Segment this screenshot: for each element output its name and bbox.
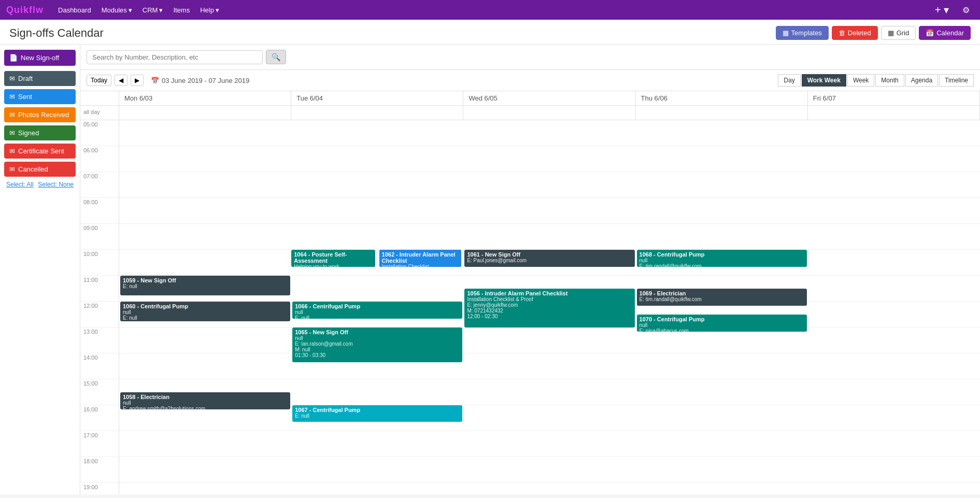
nav-help[interactable]: Help ▾: [195, 0, 224, 20]
search-input[interactable]: [87, 50, 263, 64]
day-cell[interactable]: [291, 431, 463, 457]
day-cell[interactable]: [636, 431, 808, 457]
calendar-event[interactable]: 1061 - New Sign OffE: Paul.jones@gmail.c…: [464, 250, 634, 267]
day-cell[interactable]: [808, 457, 980, 483]
calendar-event[interactable]: 1060 - Centrifugal PumpnullE: null: [120, 302, 290, 321]
calendar-event[interactable]: 1070 - Centrifugal PumpnullE: nina@abacu…: [637, 315, 807, 332]
day-cell[interactable]: [119, 224, 291, 250]
day-cell[interactable]: [636, 120, 808, 146]
day-cell[interactable]: [119, 353, 291, 379]
day-cell[interactable]: [119, 146, 291, 172]
day-cell[interactable]: [463, 198, 635, 224]
day-cell[interactable]: [808, 405, 980, 431]
day-cell[interactable]: [808, 198, 980, 224]
next-button[interactable]: ▶: [131, 75, 144, 86]
calendar-event[interactable]: 1067 - Centrifugal PumpE: null: [292, 405, 462, 422]
calendar-event[interactable]: 1068 - Centrifugal PumpnullE: tim.randal…: [637, 250, 807, 267]
calendar-event[interactable]: 1058 - ElectriciannullE: andrew.smith@a2…: [120, 392, 290, 409]
nav-dashboard[interactable]: Dashboard: [53, 0, 96, 20]
brand-logo[interactable]: Quikflw: [6, 5, 44, 16]
nav-gear-button[interactable]: ⚙: [958, 5, 974, 15]
day-cell[interactable]: [636, 457, 808, 483]
day-cell[interactable]: [291, 120, 463, 146]
calendar-event[interactable]: 1066 - Centrifugal PumpnullE: null: [292, 302, 462, 319]
day-cell[interactable]: [808, 431, 980, 457]
day-cell[interactable]: [463, 457, 635, 483]
day-cell[interactable]: [119, 172, 291, 198]
day-cell[interactable]: [463, 120, 635, 146]
day-cell[interactable]: [808, 276, 980, 302]
day-cell[interactable]: [463, 146, 635, 172]
select-none-link[interactable]: Select: None: [38, 181, 74, 188]
view-timeline[interactable]: Timeline: [939, 74, 974, 87]
day-cell[interactable]: [291, 146, 463, 172]
day-cell[interactable]: [463, 483, 635, 494]
nav-modules[interactable]: Modules ▾: [96, 0, 137, 20]
filter-cert-sent[interactable]: ✉ Certificate Sent: [4, 144, 76, 159]
day-cell[interactable]: [636, 483, 808, 494]
day-cell[interactable]: [808, 224, 980, 250]
day-cell[interactable]: [119, 198, 291, 224]
day-cell[interactable]: [808, 172, 980, 198]
day-cell[interactable]: [463, 224, 635, 250]
nav-items[interactable]: Items: [168, 0, 195, 20]
day-cell[interactable]: [808, 120, 980, 146]
calendar-event[interactable]: 1069 - ElectricianE: tim.randall@quikflw…: [637, 289, 807, 306]
day-cell[interactable]: [291, 457, 463, 483]
calendar-event[interactable]: 1062 - Intruder Alarm Panel ChecklistIns…: [379, 250, 462, 267]
day-cell[interactable]: [463, 431, 635, 457]
view-day[interactable]: Day: [778, 74, 800, 87]
today-button[interactable]: Today: [87, 75, 111, 86]
calendar-button[interactable]: 📅 Calendar: [919, 26, 971, 40]
day-cell[interactable]: [636, 224, 808, 250]
calendar-event[interactable]: 1064 - Posture Self-AssessmentHelping yo…: [291, 250, 375, 267]
day-cell[interactable]: [119, 328, 291, 353]
nav-plus-button[interactable]: + ▾: [931, 4, 953, 16]
day-cell[interactable]: [463, 405, 635, 431]
search-button[interactable]: 🔍: [266, 50, 286, 64]
day-cell[interactable]: [808, 328, 980, 353]
grid-button[interactable]: ▦ Grid: [881, 26, 916, 40]
day-cell[interactable]: [463, 379, 635, 405]
day-cell[interactable]: [291, 379, 463, 405]
view-workweek[interactable]: Work Week: [802, 74, 846, 87]
calendar-event[interactable]: 1056 - Intruder Alarm Panel ChecklistIns…: [464, 289, 634, 328]
day-cell[interactable]: [119, 457, 291, 483]
day-cell[interactable]: [463, 172, 635, 198]
day-cell[interactable]: [636, 405, 808, 431]
day-cell[interactable]: [119, 431, 291, 457]
day-cell[interactable]: [291, 224, 463, 250]
new-signoff-button[interactable]: 📄 New Sign-off: [4, 50, 76, 66]
day-cell[interactable]: [808, 379, 980, 405]
day-cell[interactable]: [291, 276, 463, 302]
filter-sent[interactable]: ✉ Sent: [4, 89, 76, 104]
calendar-event[interactable]: 1059 - New Sign OffE: null: [120, 276, 290, 295]
day-cell[interactable]: [636, 379, 808, 405]
day-cell[interactable]: [636, 353, 808, 379]
nav-crm[interactable]: CRM ▾: [137, 0, 168, 20]
filter-draft[interactable]: ✉ Draft: [4, 71, 76, 86]
filter-cancelled[interactable]: ✉ Cancelled: [4, 162, 76, 177]
deleted-button[interactable]: 🗑 Deleted: [832, 26, 878, 40]
calendar-event[interactable]: 1065 - New Sign OffnullE: lan.ralson@gma…: [292, 328, 462, 362]
day-cell[interactable]: [808, 353, 980, 379]
day-cell[interactable]: [808, 250, 980, 276]
day-cell[interactable]: [463, 353, 635, 379]
day-cell[interactable]: [808, 302, 980, 328]
day-cell[interactable]: [636, 172, 808, 198]
day-cell[interactable]: [291, 483, 463, 494]
day-cell[interactable]: [808, 483, 980, 494]
templates-button[interactable]: ▦ Templates: [776, 26, 829, 40]
day-cell[interactable]: [636, 146, 808, 172]
filter-photos[interactable]: ✉ Photos Received: [4, 107, 76, 122]
view-week[interactable]: Week: [847, 74, 874, 87]
day-cell[interactable]: [119, 250, 291, 276]
day-cell[interactable]: [636, 198, 808, 224]
day-cell[interactable]: [808, 146, 980, 172]
day-cell[interactable]: [463, 328, 635, 353]
view-month[interactable]: Month: [875, 74, 904, 87]
day-cell[interactable]: [291, 198, 463, 224]
filter-signed[interactable]: ✉ Signed: [4, 125, 76, 140]
day-cell[interactable]: [119, 483, 291, 494]
day-cell[interactable]: [291, 172, 463, 198]
